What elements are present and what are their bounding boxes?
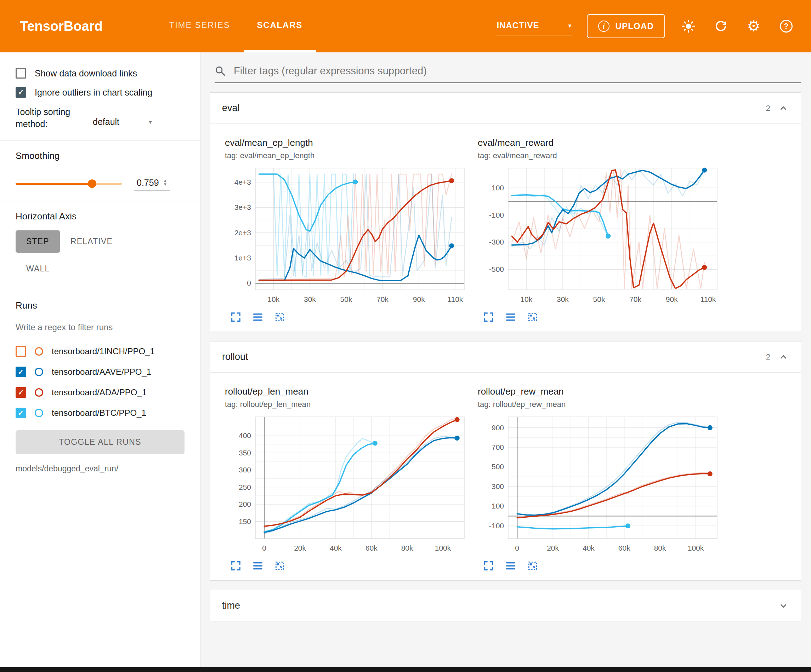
svg-text:30k: 30k (304, 295, 316, 303)
line-chart-canvas[interactable]: 10k30k50k70k90k110k100-100-300-500 (478, 164, 722, 306)
tab-scalars[interactable]: SCALARS (244, 0, 316, 52)
tag-filter-bar (215, 65, 801, 83)
line-chart-canvas[interactable]: 020k40k60k80k100k150200250300350400 (225, 413, 469, 555)
svg-text:900: 900 (492, 423, 504, 432)
svg-text:250: 250 (239, 483, 251, 491)
fit-to-view-icon (274, 560, 286, 572)
svg-text:90k: 90k (413, 295, 425, 303)
divider (0, 201, 200, 201)
svg-text:30k: 30k (557, 295, 569, 303)
chevron-down-icon: ▼ (148, 119, 153, 125)
chart-data-table-button[interactable] (252, 560, 264, 572)
run-color-swatch (35, 388, 43, 397)
run-row-1inch[interactable]: tensorboard/1INCH/PPO_1 (15, 346, 185, 357)
status-dropdown-value: INACTIVE (497, 20, 539, 30)
chart-fit-domain-button[interactable] (527, 311, 539, 323)
fullscreen-icon (230, 311, 242, 323)
section-eval-header[interactable]: eval 2 (210, 93, 801, 124)
help-icon[interactable]: ? (777, 17, 796, 36)
dashboard-main: eval 2 eval/mean_ep_length tag: eval/mea… (200, 52, 811, 667)
run-row-aave[interactable]: ✓ tensorboard/AAVE/PPO_1 (15, 367, 185, 377)
section-title: rollout (222, 351, 248, 362)
checkbox-icon[interactable]: ✓ (15, 87, 26, 98)
chart-title: rollout/ep_len_mean (225, 386, 470, 397)
chart-data-table-button[interactable] (505, 311, 517, 323)
svg-text:4e+3: 4e+3 (234, 178, 251, 186)
chart-rollout-ep-len-mean: rollout/ep_len_mean tag: rollout/ep_len_… (225, 386, 470, 572)
smoothing-value-input[interactable]: 0.759 ▲▼ (134, 177, 170, 191)
section-rollout-header[interactable]: rollout 2 (210, 342, 801, 372)
tag-filter-input[interactable] (234, 65, 801, 77)
chevron-up-icon[interactable] (778, 352, 789, 362)
svg-text:50k: 50k (340, 295, 352, 303)
settings-gear-icon[interactable]: ⚙ (745, 17, 763, 36)
bottom-edge-strip (0, 667, 811, 672)
status-dropdown[interactable]: INACTIVE ▼ (497, 20, 573, 36)
chevron-up-icon[interactable] (778, 103, 789, 113)
run-checkbox[interactable]: ✓ (15, 387, 26, 398)
run-color-swatch (35, 347, 43, 355)
option-show-download-links[interactable]: Show data download links (15, 68, 185, 79)
toggle-all-runs-button[interactable]: TOGGLE ALL RUNS (15, 430, 185, 454)
chart-data-table-button[interactable] (505, 560, 517, 572)
lines-list-icon (252, 560, 264, 572)
axis-step-button[interactable]: STEP (15, 230, 60, 253)
upload-button[interactable]: i UPLOAD (587, 14, 665, 38)
chart-title: rollout/ep_rew_mean (478, 386, 723, 397)
chart-fullscreen-button[interactable] (230, 560, 242, 572)
runs-base-path: models/debugged_eval_run/ (15, 464, 185, 474)
tooltip-sorting-select[interactable]: default ▼ (93, 117, 153, 130)
checkbox-icon[interactable] (15, 68, 26, 79)
stepper-arrows-icon[interactable]: ▲▼ (163, 179, 168, 186)
run-checkbox[interactable]: ✓ (15, 367, 26, 377)
tab-time-series[interactable]: TIME SERIES (156, 0, 244, 52)
divider (0, 140, 200, 140)
run-checkbox[interactable] (15, 346, 26, 357)
chart-fit-domain-button[interactable] (274, 311, 286, 323)
chart-fullscreen-button[interactable] (483, 560, 495, 572)
option-ignore-outliers[interactable]: ✓ Ignore outliers in chart scaling (15, 87, 185, 98)
run-row-btc[interactable]: ✓ tensorboard/BTC/PPO_1 (15, 408, 185, 418)
run-row-ada[interactable]: ✓ tensorboard/ADA/PPO_1 (15, 387, 185, 398)
brightness-icon[interactable] (679, 17, 698, 36)
svg-text:100k: 100k (688, 544, 704, 552)
svg-text:0: 0 (515, 544, 519, 552)
chart-tag: tag: eval/mean_reward (478, 151, 723, 160)
chart-fullscreen-button[interactable] (230, 311, 242, 323)
line-chart-canvas[interactable]: 10k30k50k70k90k110k01e+32e+33e+34e+3 (225, 164, 469, 306)
axis-wall-button[interactable]: WALL (15, 257, 61, 280)
svg-text:150: 150 (239, 517, 251, 525)
chart-eval-mean-reward: eval/mean_reward tag: eval/mean_reward 1… (478, 137, 723, 323)
chart-fit-domain-button[interactable] (274, 560, 286, 572)
section-title: eval (222, 103, 240, 113)
svg-text:100k: 100k (435, 544, 451, 552)
axis-relative-button[interactable]: RELATIVE (60, 230, 123, 253)
section-time-header[interactable]: time (210, 590, 801, 621)
run-checkbox[interactable]: ✓ (15, 408, 26, 418)
chart-fullscreen-button[interactable] (483, 311, 495, 323)
svg-text:200: 200 (239, 500, 251, 508)
chart-title: eval/mean_reward (478, 137, 723, 148)
chart-data-table-button[interactable] (252, 311, 264, 323)
chart-tag: tag: eval/mean_ep_length (225, 151, 470, 160)
svg-text:60k: 60k (365, 544, 378, 552)
topbar: TensorBoard TIME SERIES SCALARS INACTIVE… (0, 0, 811, 52)
chart-toolbar (478, 308, 723, 323)
chevron-down-icon[interactable] (778, 601, 789, 611)
svg-text:700: 700 (492, 443, 504, 451)
chart-rollout-ep-rew-mean: rollout/ep_rew_mean tag: rollout/ep_rew_… (478, 386, 723, 572)
runs-label: Runs (15, 300, 185, 311)
line-chart-canvas[interactable]: 020k40k60k80k100k-100100300500700900 (478, 413, 722, 555)
refresh-icon[interactable] (712, 17, 730, 36)
svg-text:3e+3: 3e+3 (234, 203, 251, 211)
chart-fit-domain-button[interactable] (527, 560, 539, 572)
svg-text:90k: 90k (666, 295, 678, 303)
chart-toolbar (225, 556, 470, 572)
smoothing-slider[interactable] (15, 183, 122, 185)
smoothing-slider-thumb[interactable] (88, 179, 96, 188)
runs-filter-input[interactable] (15, 319, 185, 336)
chart-toolbar (225, 308, 470, 323)
svg-text:40k: 40k (583, 544, 595, 552)
svg-text:100: 100 (492, 184, 504, 192)
run-color-swatch (35, 368, 43, 376)
